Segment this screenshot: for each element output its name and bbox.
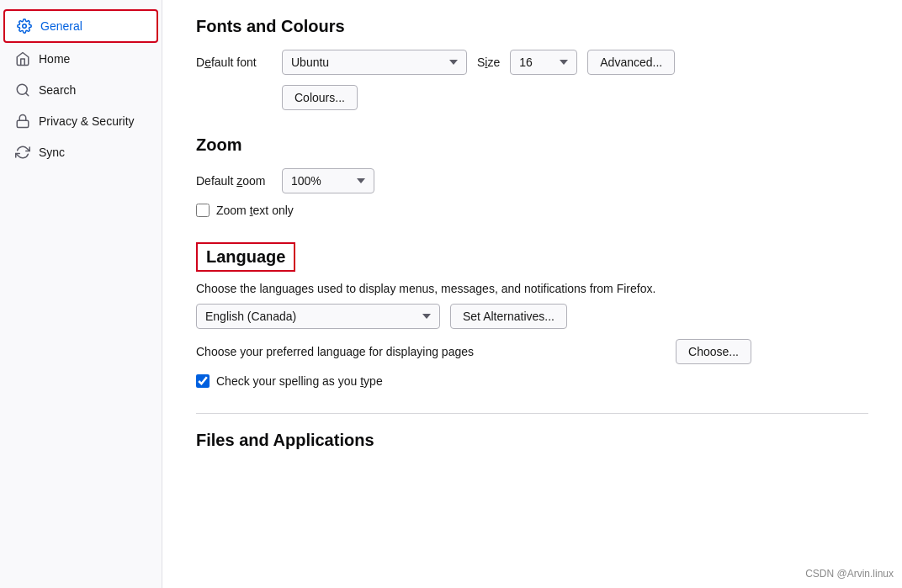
default-font-label: Default font: [196, 56, 272, 69]
preferred-lang-row: Choose your preferred language for displ…: [196, 339, 751, 364]
svg-line-2: [25, 93, 28, 95]
font-select[interactable]: Ubuntu Arial Times New Roman: [282, 50, 467, 75]
svg-point-0: [23, 24, 27, 29]
set-alternatives-button[interactable]: Set Alternatives...: [450, 304, 567, 329]
font-row: Default font Ubuntu Arial Times New Roma…: [196, 50, 868, 75]
default-font-label-text: Default font: [196, 56, 257, 69]
preferred-lang-text: Choose your preferred language for displ…: [196, 345, 474, 358]
zoom-text-only-checkbox[interactable]: [196, 204, 210, 217]
zoom-text-only-row: Zoom text only: [196, 204, 868, 217]
size-select[interactable]: 16 12 14 18 20: [510, 50, 577, 75]
files-applications-title: Files and Applications: [196, 431, 868, 450]
zoom-title: Zoom: [196, 135, 868, 155]
fonts-colours-section: Fonts and Colours Default font Ubuntu Ar…: [196, 17, 868, 110]
files-applications-section: Files and Applications: [196, 431, 868, 450]
zoom-text-only-label[interactable]: Zoom text only: [216, 204, 294, 217]
fonts-colours-title: Fonts and Colours: [196, 17, 868, 36]
spell-check-checkbox[interactable]: [196, 374, 210, 388]
sync-icon: [15, 145, 30, 160]
default-zoom-label: Default zoom: [196, 174, 272, 188]
language-select-row: English (Canada) English (US) French (Ca…: [196, 304, 868, 329]
main-content: Fonts and Colours Default font Ubuntu Ar…: [162, 0, 902, 588]
sidebar-item-general-label: General: [40, 19, 82, 33]
svg-rect-3: [17, 120, 29, 127]
sidebar-item-sync-label: Sync: [39, 146, 65, 159]
language-description: Choose the languages used to display men…: [196, 282, 751, 295]
lock-icon: [15, 114, 30, 129]
sidebar: General Home Search Privacy & Security: [0, 0, 162, 588]
spell-check-row: Check your spelling as you type: [196, 374, 868, 388]
advanced-button[interactable]: Advanced...: [587, 50, 675, 75]
sidebar-item-sync[interactable]: Sync: [3, 137, 158, 167]
language-select[interactable]: English (Canada) English (US) French (Ca…: [196, 304, 440, 329]
zoom-section: Zoom Default zoom 100% 75% 90% 110% 125%…: [196, 135, 868, 217]
colours-row: Colours...: [282, 85, 868, 110]
sidebar-item-privacy-security-label: Privacy & Security: [39, 114, 135, 128]
sidebar-item-privacy-security[interactable]: Privacy & Security: [3, 106, 158, 136]
size-label: Size: [477, 56, 500, 69]
sidebar-item-home[interactable]: Home: [3, 44, 158, 74]
home-icon: [15, 51, 30, 66]
footer-text: CSDN @Arvin.linux: [805, 568, 894, 580]
sidebar-item-search[interactable]: Search: [3, 75, 158, 105]
choose-button[interactable]: Choose...: [676, 339, 751, 364]
zoom-select[interactable]: 100% 75% 90% 110% 125% 150% 200%: [282, 168, 374, 193]
language-section: Language Choose the languages used to di…: [196, 242, 868, 388]
spell-check-label[interactable]: Check your spelling as you type: [216, 374, 383, 388]
search-icon: [15, 82, 30, 98]
sidebar-item-home-label: Home: [39, 52, 70, 66]
language-title: Language: [196, 242, 295, 272]
default-zoom-row: Default zoom 100% 75% 90% 110% 125% 150%…: [196, 168, 868, 193]
sidebar-item-search-label: Search: [39, 83, 76, 97]
sidebar-item-general[interactable]: General: [3, 9, 158, 43]
gear-icon: [17, 19, 32, 34]
section-divider: [196, 413, 868, 414]
colours-button[interactable]: Colours...: [282, 85, 358, 110]
